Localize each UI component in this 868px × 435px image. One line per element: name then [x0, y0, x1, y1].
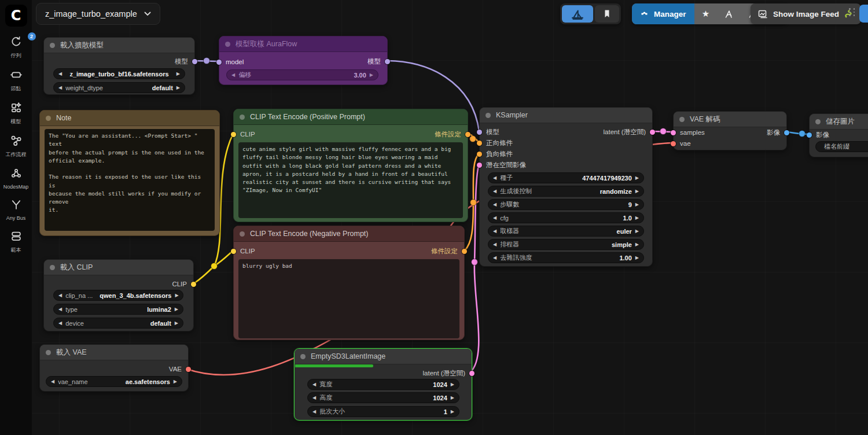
input-port-negative[interactable]: 負向條件	[477, 149, 513, 159]
node-save-image[interactable]: 儲存圖片 影像 檔名前綴	[809, 113, 868, 157]
latent-port-dot[interactable]	[671, 130, 676, 135]
node-header[interactable]: 模型取樣 AuraFlow	[219, 36, 387, 52]
prev-arrow-icon[interactable]	[493, 215, 496, 220]
next-arrow-icon[interactable]	[175, 320, 178, 326]
collapse-dot[interactable]	[50, 265, 55, 270]
node-modelsampling-auraflow[interactable]: 模型取樣 AuraFlow model 模型 偏移 3.00	[219, 36, 388, 85]
model-port-dot[interactable]	[385, 59, 390, 64]
negative-prompt-textarea[interactable]: blurry ugly bad	[238, 259, 459, 338]
widget-seed[interactable]: 種子 47447417949230	[488, 172, 644, 183]
positive-prompt-textarea[interactable]: cute anime style girl with massive fluff…	[238, 142, 463, 218]
input-port-positive[interactable]: 正向條件	[477, 138, 513, 148]
star-button[interactable]	[694, 3, 718, 24]
input-port-clip[interactable]: CLIP	[231, 129, 255, 139]
prev-arrow-icon[interactable]	[58, 293, 62, 298]
collapse-dot[interactable]	[240, 231, 245, 237]
node-header[interactable]: Note	[40, 110, 219, 126]
wire-image[interactable]	[787, 132, 809, 134]
conditioning-port-dot[interactable]	[477, 152, 482, 157]
next-arrow-icon[interactable]	[370, 72, 373, 78]
node-load-clip[interactable]: 載入 CLIP CLIP clip_na ... qwen_3_4b.safet…	[43, 259, 194, 331]
next-arrow-icon[interactable]	[176, 85, 180, 90]
node-note[interactable]: Note The "You are an assistant... <Promp…	[39, 110, 220, 236]
widget-width[interactable]: 寬度 1024	[307, 379, 459, 390]
widget-clip-name[interactable]: clip_na ... qwen_3_4b.safetensors	[53, 290, 183, 301]
widget-control-after-generate[interactable]: 生成後控制 randomize	[488, 186, 644, 197]
output-port-clip[interactable]: CLIP	[172, 279, 196, 289]
next-arrow-icon[interactable]	[175, 293, 178, 298]
prev-arrow-icon[interactable]	[58, 85, 62, 90]
prev-arrow-icon[interactable]	[58, 71, 62, 76]
comfyui-logo[interactable]: C	[5, 5, 27, 27]
manager-button[interactable]: Manager	[632, 3, 694, 24]
vae-port-dot[interactable]	[186, 367, 191, 372]
clip-port-dot[interactable]	[191, 282, 196, 287]
prev-arrow-icon[interactable]	[58, 307, 62, 312]
output-port-vae[interactable]: VAE	[169, 364, 191, 374]
prev-arrow-icon[interactable]	[493, 242, 496, 247]
collapse-dot[interactable]	[815, 119, 821, 124]
input-port-clip[interactable]: CLIP	[231, 246, 255, 256]
prev-arrow-icon[interactable]	[493, 228, 496, 234]
clip-port-dot[interactable]	[231, 249, 236, 254]
image-port-dot[interactable]	[807, 132, 812, 138]
update-a-button[interactable]	[718, 3, 741, 24]
input-port-model[interactable]: 模型	[477, 127, 499, 137]
vae-port-dot[interactable]	[671, 141, 676, 146]
node-empty-sd3-latent-image[interactable]: EmptySD3LatentImage latent (潛空間) 寬度 1024…	[294, 348, 472, 421]
reroute-dot-cond-pos[interactable]	[470, 136, 476, 142]
node-header[interactable]: VAE 解碼	[674, 112, 786, 127]
widget-filename-prefix[interactable]: 檔名前綴	[815, 141, 868, 152]
next-arrow-icon[interactable]	[175, 307, 178, 312]
sidebar-item-anybus[interactable]: Any Bus	[0, 199, 32, 221]
widget-weight-dtype[interactable]: weight_dtype default	[53, 82, 185, 93]
conditioning-port-dot[interactable]	[462, 249, 467, 254]
reroute-dot-model[interactable]	[204, 58, 210, 64]
next-arrow-icon[interactable]	[635, 242, 639, 247]
collapsed-panel-button[interactable]	[859, 5, 868, 23]
sidebar-item-queue[interactable]: 2 佇列	[0, 36, 32, 60]
input-port-vae[interactable]: vae	[671, 138, 691, 149]
reroute-dot-image[interactable]	[799, 131, 806, 137]
widget-cfg[interactable]: cfg 1.0	[488, 212, 644, 223]
collapse-dot[interactable]	[50, 43, 55, 48]
sidebar-item-nodesmap[interactable]: NodesMap	[0, 168, 32, 190]
reroute-dot-cond-neg[interactable]	[470, 200, 477, 206]
next-arrow-icon[interactable]	[635, 175, 639, 180]
node-ksampler[interactable]: KSampler 模型 正向條件 負向條件 潛在空間影像 latent (潛空間…	[479, 107, 653, 267]
next-arrow-icon[interactable]	[635, 228, 639, 234]
conditioning-port-dot[interactable]	[465, 132, 470, 137]
widget-steps[interactable]: 步驟數 9	[488, 199, 644, 210]
input-port-image[interactable]: 影像	[807, 130, 829, 140]
prev-arrow-icon[interactable]	[312, 382, 316, 387]
node-header[interactable]: EmptySD3LatentImage	[295, 349, 472, 364]
widget-vae-name[interactable]: vae_name ae.safetensors	[46, 376, 182, 387]
reroute-dot-clip[interactable]	[211, 263, 218, 270]
widget-device[interactable]: device default	[53, 318, 183, 329]
output-port-model[interactable]: 模型	[175, 56, 197, 67]
widget-unet-name[interactable]: z_image_turbo_bf16.safetensors	[53, 68, 185, 79]
toolbar-drag-handle[interactable]	[849, 8, 856, 16]
clip-port-dot[interactable]	[231, 132, 236, 137]
next-arrow-icon[interactable]	[451, 409, 454, 414]
node-clip-text-encode-positive[interactable]: CLIP Text Encode (Positive Prompt) CLIP …	[233, 109, 468, 222]
latent-port-dot[interactable]	[469, 371, 475, 376]
widget-height[interactable]: 高度 1024	[307, 392, 459, 403]
prev-arrow-icon[interactable]	[312, 395, 316, 400]
node-header[interactable]: 載入 CLIP	[44, 260, 193, 275]
sidebar-item-templates[interactable]: 範本	[0, 230, 32, 254]
collapse-dot[interactable]	[225, 42, 230, 47]
next-arrow-icon[interactable]	[174, 379, 177, 384]
next-arrow-icon[interactable]	[451, 395, 454, 400]
node-clip-text-encode-negative[interactable]: CLIP Text Encode (Negative Prompt) CLIP …	[233, 226, 465, 340]
next-arrow-icon[interactable]	[635, 215, 639, 220]
collapse-dot[interactable]	[46, 116, 51, 121]
next-arrow-icon[interactable]	[451, 382, 454, 387]
prev-arrow-icon[interactable]	[312, 409, 316, 414]
next-arrow-icon[interactable]	[635, 189, 639, 194]
next-arrow-icon[interactable]	[635, 255, 639, 260]
output-port-conditioning[interactable]: 條件設定	[431, 246, 467, 256]
output-port-conditioning[interactable]: 條件設定	[435, 129, 470, 139]
widget-scheduler[interactable]: 排程器 simple	[488, 239, 644, 250]
widget-denoise[interactable]: 去雜訊強度 1.00	[488, 252, 644, 263]
